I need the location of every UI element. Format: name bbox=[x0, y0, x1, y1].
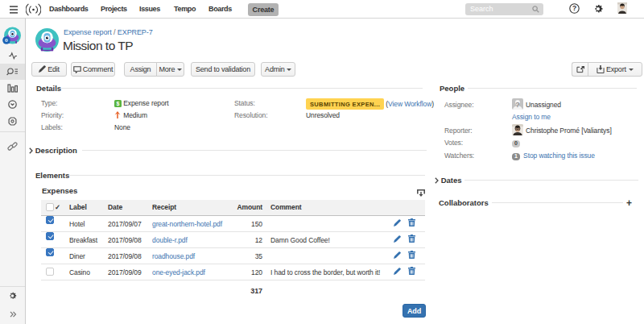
svg-text:$: $ bbox=[117, 101, 120, 107]
svg-text:?: ? bbox=[515, 101, 520, 109]
svg-text:?: ? bbox=[572, 4, 576, 12]
